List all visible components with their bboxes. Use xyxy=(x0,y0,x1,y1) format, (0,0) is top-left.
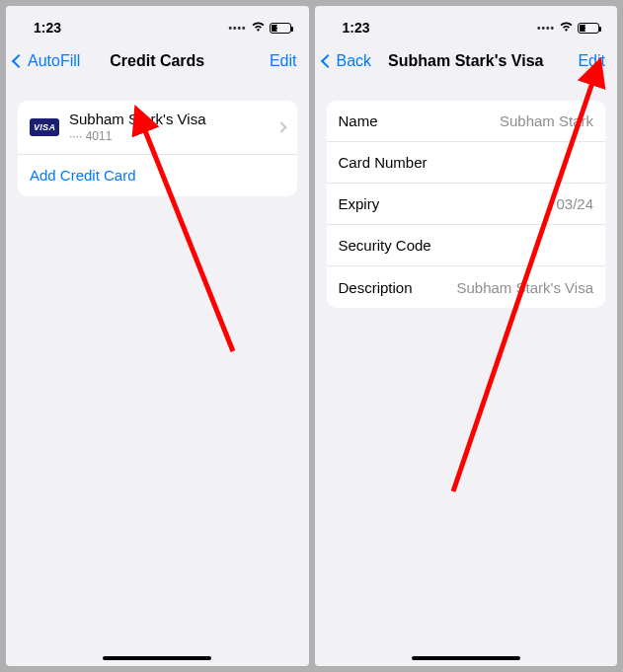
cellular-icon: •••• xyxy=(537,23,555,34)
label-name: Name xyxy=(339,112,500,129)
detail-group: Name Subham Stark Card Number Expiry 03/… xyxy=(327,101,606,308)
screen-credit-cards-list: 1:23 •••• 32 AutoFill Credit Cards Edit … xyxy=(6,6,309,666)
chevron-right-icon xyxy=(275,121,286,132)
chevron-left-icon xyxy=(320,54,334,68)
back-label: Back xyxy=(337,52,372,70)
card-name: Subham Stark's Visa xyxy=(69,111,272,129)
nav-bar: Back Subham Stark's Visa Edit xyxy=(315,43,618,83)
status-indicators: •••• 32 xyxy=(537,21,599,36)
label-card-number: Card Number xyxy=(339,154,594,171)
cards-group: VISA Subham Stark's Visa ···· 4011 Add C… xyxy=(18,101,297,196)
wifi-icon xyxy=(251,21,266,36)
battery-icon: 32 xyxy=(578,23,599,34)
label-security-code: Security Code xyxy=(339,237,594,254)
back-button[interactable]: Back xyxy=(323,52,372,70)
status-time: 1:23 xyxy=(343,20,370,36)
row-name[interactable]: Name Subham Stark xyxy=(327,101,606,142)
content-area: Name Subham Stark Card Number Expiry 03/… xyxy=(315,83,618,308)
home-indicator[interactable] xyxy=(412,656,520,660)
value-name: Subham Stark xyxy=(500,112,593,129)
back-button[interactable]: AutoFill xyxy=(14,52,80,70)
battery-icon: 32 xyxy=(270,23,291,34)
status-bar: 1:23 •••• 32 xyxy=(315,6,618,43)
status-bar: 1:23 •••• 32 xyxy=(6,6,309,43)
status-time: 1:23 xyxy=(34,20,61,36)
add-card-label: Add Credit Card xyxy=(30,167,136,184)
edit-button[interactable]: Edit xyxy=(578,52,605,70)
credit-card-row[interactable]: VISA Subham Stark's Visa ···· 4011 xyxy=(18,101,297,155)
add-card-row[interactable]: Add Credit Card xyxy=(18,155,297,196)
screen-card-detail: 1:23 •••• 32 Back Subham Stark's Visa Ed… xyxy=(315,6,618,666)
value-expiry: 03/24 xyxy=(556,195,593,212)
row-expiry[interactable]: Expiry 03/24 xyxy=(327,184,606,225)
visa-icon: VISA xyxy=(30,118,59,136)
card-number-masked: ···· 4011 xyxy=(69,129,272,144)
row-card-number[interactable]: Card Number xyxy=(327,142,606,184)
content-area: VISA Subham Stark's Visa ···· 4011 Add C… xyxy=(6,83,309,196)
label-description: Description xyxy=(339,279,457,296)
status-indicators: •••• 32 xyxy=(228,21,290,36)
row-description[interactable]: Description Subham Stark's Visa xyxy=(327,266,606,308)
back-label: AutoFill xyxy=(28,52,80,70)
label-expiry: Expiry xyxy=(339,195,557,212)
value-description: Subham Stark's Visa xyxy=(457,279,594,296)
edit-button[interactable]: Edit xyxy=(270,52,297,70)
chevron-left-icon xyxy=(12,54,26,68)
nav-bar: AutoFill Credit Cards Edit xyxy=(6,43,309,83)
home-indicator[interactable] xyxy=(103,656,211,660)
cellular-icon: •••• xyxy=(228,23,246,34)
row-security-code[interactable]: Security Code xyxy=(327,225,606,266)
wifi-icon xyxy=(559,21,574,36)
